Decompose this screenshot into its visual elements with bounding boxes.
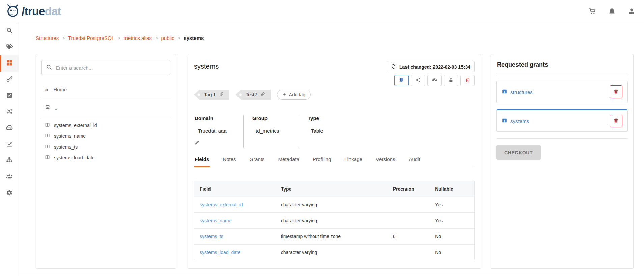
table-header-row: Field Type Precision Nullable [194, 181, 474, 197]
field-nullable: Yes [429, 212, 474, 228]
field-type: character varying [276, 244, 388, 260]
field-nullable: Yes [429, 197, 474, 212]
drive-icon [6, 124, 13, 132]
requested-grants-panel: Requested grants structures systems CHEC… [491, 54, 634, 269]
sidebar-item-lineage[interactable] [0, 104, 19, 120]
breadcrumb: Structures > Truedat PostgreSQL > metric… [36, 35, 204, 41]
chart-line-icon [6, 141, 13, 149]
sidebar-item-quality[interactable] [0, 88, 19, 104]
tag-chip[interactable]: Test2 [235, 90, 271, 100]
tab-linkage[interactable]: Linkage [344, 156, 363, 167]
tag-chip[interactable]: Tag 1 [194, 90, 229, 100]
sidebar-item-structures[interactable] [0, 55, 19, 72]
breadcrumb-separator: > [118, 35, 120, 41]
breadcrumb-separator: > [62, 35, 65, 41]
field-list-item[interactable]: systems_external_id [41, 120, 170, 131]
sidebar-item-permissions[interactable] [0, 72, 19, 88]
truedat-logo[interactable]: /truedat [5, 3, 61, 19]
header-actions [589, 7, 635, 15]
breadcrumb-link[interactable]: Structures [36, 35, 59, 41]
user-icon[interactable] [628, 7, 635, 15]
page-title: systems [194, 62, 219, 70]
add-tag-button[interactable]: Add tag [277, 90, 311, 100]
divider [41, 117, 170, 117]
add-tag-label: Add tag [289, 92, 305, 97]
sidebar-item-users[interactable] [0, 169, 19, 185]
breadcrumb-link[interactable]: public [161, 35, 174, 41]
truedat-app: /truedat [0, 0, 644, 276]
breadcrumb-link[interactable]: metrics alias [124, 35, 152, 41]
share-button[interactable] [411, 75, 425, 86]
search-input[interactable] [56, 65, 166, 71]
tab-metadata[interactable]: Metadata [278, 156, 300, 167]
field-link[interactable]: systems_external_id [200, 202, 243, 207]
table-row: systems_external_id character varying Ye… [194, 197, 474, 212]
field-link[interactable]: systems_ts [200, 234, 223, 239]
sidebar-item-settings[interactable] [0, 185, 19, 201]
attribute-group: Group td_metrics [243, 115, 299, 148]
last-changed-button[interactable]: Last changed: 2022-02-03 15:34 [387, 61, 475, 72]
checkout-button[interactable]: CHECKOUT [496, 145, 541, 160]
grant-structure-link[interactable]: systems [502, 118, 529, 124]
detail-header-actions: Last changed: 2022-02-03 15:34 [387, 61, 475, 86]
tab-versions[interactable]: Versions [375, 156, 396, 167]
detail-tabs: Fields Notes Grants Metadata Profiling L… [194, 156, 475, 167]
columns-icon [45, 133, 50, 139]
tab-audit[interactable]: Audit [408, 156, 421, 167]
sidebar-item-tags[interactable] [0, 39, 19, 55]
sidebar-item-taxonomy[interactable] [0, 153, 19, 169]
grant-card: structures [496, 81, 628, 103]
tab-grants[interactable]: Grants [249, 156, 265, 167]
tab-profiling[interactable]: Profiling [312, 156, 332, 167]
attributes-row: Domain Truedat, aaa Group td_metrics Typ… [194, 115, 475, 148]
field-list-item[interactable]: systems_load_date [41, 152, 170, 163]
attribute-value: td_metrics [256, 128, 290, 134]
sidebar-item-search[interactable] [0, 23, 19, 39]
search-icon [46, 64, 52, 71]
divider [496, 138, 628, 139]
breadcrumb-current: systems [184, 35, 204, 41]
fields-table: Field Type Precision Nullable systems_ex… [194, 181, 475, 260]
remove-grant-button[interactable] [610, 85, 622, 98]
field-link[interactable]: systems_name [200, 218, 231, 223]
field-list-item[interactable]: systems_name [41, 131, 170, 142]
protect-button[interactable] [394, 75, 409, 86]
tag-label: Tag 1 [204, 92, 216, 97]
edit-domain-pencil-icon[interactable] [195, 140, 234, 145]
tags-row: Tag 1 Test2 Add tag [194, 90, 475, 100]
home-link[interactable]: « Home [41, 84, 170, 99]
search-icon [6, 27, 13, 35]
lock-button[interactable] [444, 75, 458, 86]
shuffle-icon [6, 108, 13, 116]
link-icon [260, 92, 265, 98]
sidebar-item-sources[interactable] [0, 120, 19, 136]
tab-notes[interactable]: Notes [222, 156, 236, 167]
structure-search [41, 60, 170, 75]
structure-detail-panel: systems Last changed: 2022-02-03 15:34 [188, 54, 481, 269]
attribute-label: Domain [195, 115, 234, 121]
gear-icon [6, 189, 13, 197]
profile-button[interactable] [427, 75, 442, 86]
field-list-item[interactable]: systems_ts [41, 142, 170, 152]
attribute-value: Truedat, aaa [198, 128, 234, 134]
columns-icon [45, 122, 50, 128]
attribute-domain: Domain Truedat, aaa [194, 115, 243, 148]
bell-icon[interactable] [608, 7, 616, 15]
field-link[interactable]: systems_load_date [200, 250, 241, 255]
table-row: systems_load_date character varying No [194, 244, 474, 260]
tab-fields[interactable]: Fields [194, 156, 210, 167]
cart-icon[interactable] [589, 7, 596, 15]
grant-structure-link[interactable]: structures [502, 89, 533, 95]
field-type: character varying [276, 212, 388, 228]
delete-button[interactable] [460, 75, 475, 86]
field-list: systems_external_id systems_name systems… [41, 120, 170, 163]
attribute-type: Type Table [299, 115, 332, 148]
remove-grant-button[interactable] [610, 115, 622, 127]
column-header-precision: Precision [388, 181, 430, 197]
tag-label: Test2 [246, 92, 257, 97]
breadcrumb-link[interactable]: Truedat PostgreSQL [68, 35, 114, 41]
field-nullable: No [429, 228, 474, 244]
sidebar-item-dashboards[interactable] [0, 136, 19, 153]
parent-schema-link[interactable]: .. [41, 99, 170, 117]
table-row: systems_name character varying Yes [194, 212, 474, 228]
